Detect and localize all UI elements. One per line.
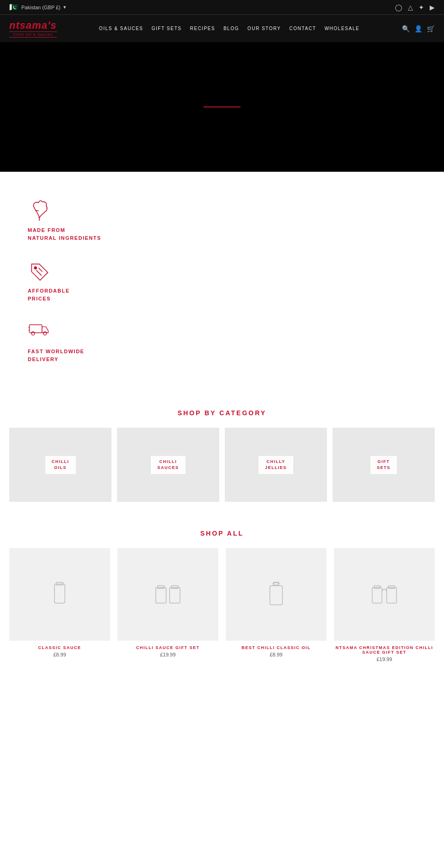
- shop-all-title: SHOP ALL: [9, 530, 435, 537]
- logo-main: ntsama's: [9, 19, 57, 31]
- top-bar: 🇵🇰 Pakistan (GBP £) ▾ ◯ △ ✦ ▶: [0, 0, 444, 14]
- category-chilli-oils[interactable]: CHILLIOILS: [9, 428, 111, 502]
- products-grid: CLASSIC SAUCE £8.99 CHILLI SAUCE GIFT SE…: [9, 548, 435, 662]
- category-chilly-jellies[interactable]: CHILLYJELLIES: [225, 428, 327, 502]
- nav-blog[interactable]: BLOG: [223, 26, 239, 31]
- shop-by-category-section: SHOP BY CATEGORY CHILLIOILS CHILLISAUCES…: [0, 391, 444, 520]
- main-nav: ntsama's Chilli Oil & Sauces OILS & SAUC…: [0, 14, 444, 42]
- truck-icon: [28, 321, 51, 344]
- dropdown-arrow-icon: ▾: [63, 4, 66, 10]
- category-gift-sets[interactable]: GIFTSETS: [333, 428, 435, 502]
- product-img-classic-sauce: [9, 548, 110, 641]
- tiktok-icon[interactable]: ▶: [430, 4, 435, 11]
- cart-icon[interactable]: 🛒: [427, 25, 435, 32]
- product-ntsama-christmas[interactable]: NTSAMA CHRISTMAS EDITION CHILLI SAUCE GI…: [334, 548, 435, 662]
- svg-rect-8: [170, 587, 180, 603]
- product-classic-sauce[interactable]: CLASSIC SAUCE £8.99: [9, 548, 110, 662]
- nav-our-story[interactable]: OUR STORY: [247, 26, 281, 31]
- category-chilli-sauces[interactable]: CHILLISAUCES: [117, 428, 219, 502]
- product-best-chilli-classic-oil[interactable]: BEST CHILLI CLASSIC OIL £8.99: [226, 548, 327, 662]
- product-name-best-chilli-classic-oil: BEST CHILLI CLASSIC OIL: [226, 645, 327, 650]
- facebook-icon[interactable]: △: [408, 4, 413, 11]
- delivery-label: FAST WORLDWIDEDELIVERY: [28, 348, 84, 363]
- svg-point-3: [31, 332, 35, 335]
- product-name-chilli-sauce-gift-set: CHILLI SAUCE GIFT SET: [117, 645, 218, 650]
- shop-by-category-title: SHOP BY CATEGORY: [9, 409, 435, 417]
- product-name-ntsama-christmas: NTSAMA CHRISTMAS EDITION CHILLI SAUCE GI…: [334, 645, 435, 655]
- svg-point-4: [43, 332, 47, 335]
- social-icons: ◯ △ ✦ ▶: [395, 4, 435, 11]
- affordable-label: AFFORDABLEPRICES: [28, 287, 70, 302]
- product-chilli-sauce-gift-set[interactable]: CHILLI SAUCE GIFT SET £19.99: [117, 548, 218, 662]
- svg-rect-14: [387, 587, 396, 603]
- chilly-jellies-label: CHILLYJELLIES: [259, 456, 293, 474]
- nav-oils-sauces[interactable]: OILS & SAUCES: [99, 26, 143, 31]
- svg-rect-7: [156, 587, 166, 603]
- features-section: MADE FROMNATURAL INGREDIENTS AFFORDABLEP…: [0, 172, 444, 391]
- logo-sub: Chilli Oil & Sauces: [9, 31, 57, 37]
- plant-icon: [28, 200, 51, 223]
- logo[interactable]: ntsama's Chilli Oil & Sauces: [9, 15, 57, 42]
- product-name-classic-sauce: CLASSIC SAUCE: [9, 645, 110, 650]
- gift-sets-label: GIFTSETS: [370, 456, 397, 474]
- product-price-classic-sauce: £8.99: [9, 652, 110, 657]
- flag-icon: 🇵🇰: [9, 3, 18, 12]
- feature-affordable: AFFORDABLEPRICES: [28, 251, 416, 312]
- twitter-icon[interactable]: ✦: [419, 4, 424, 11]
- product-price-ntsama-christmas: £19.99: [334, 656, 435, 662]
- svg-rect-11: [270, 586, 283, 605]
- nav-gift-sets[interactable]: GIFT SETS: [152, 26, 182, 31]
- hero-section: [0, 42, 444, 172]
- feature-natural: MADE FROMNATURAL INGREDIENTS: [28, 190, 416, 251]
- svg-rect-2: [30, 325, 42, 333]
- product-img-best-chilli-classic-oil: [226, 548, 327, 641]
- user-icon[interactable]: 👤: [414, 25, 422, 32]
- nav-recipes[interactable]: RECIPES: [190, 26, 215, 31]
- category-grid: CHILLIOILS CHILLISAUCES CHILLYJELLIES GI…: [9, 428, 435, 502]
- nav-links: OILS & SAUCES GIFT SETS RECIPES BLOG OUR…: [99, 26, 359, 31]
- nav-contact[interactable]: CONTACT: [290, 26, 316, 31]
- region-selector[interactable]: 🇵🇰 Pakistan (GBP £) ▾: [9, 3, 66, 12]
- hero-divider: [204, 106, 240, 107]
- instagram-icon[interactable]: ◯: [395, 4, 402, 11]
- nav-utility-icons: 🔍 👤 🛒: [402, 20, 435, 37]
- product-img-ntsama-christmas: [334, 548, 435, 641]
- search-icon[interactable]: 🔍: [402, 25, 410, 32]
- svg-rect-5: [55, 584, 65, 603]
- product-img-chilli-sauce-gift-set: [117, 548, 218, 641]
- product-price-best-chilli-classic-oil: £8.99: [226, 652, 327, 657]
- shop-all-section: SHOP ALL CLASSIC SAUCE £8.99 CHI: [0, 520, 444, 681]
- chilli-sauces-label: CHILLISAUCES: [151, 456, 185, 474]
- natural-label: MADE FROMNATURAL INGREDIENTS: [28, 226, 101, 242]
- svg-point-1: [34, 267, 37, 269]
- svg-rect-13: [372, 587, 382, 603]
- region-label: Pakistan (GBP £): [21, 5, 61, 10]
- feature-delivery: FAST WORLDWIDEDELIVERY: [28, 312, 416, 372]
- product-price-chilli-sauce-gift-set: £19.99: [117, 652, 218, 657]
- nav-wholesale[interactable]: WHOLESALE: [325, 26, 360, 31]
- tag-icon: [28, 260, 51, 283]
- chilli-oils-label: CHILLIOILS: [45, 456, 76, 474]
